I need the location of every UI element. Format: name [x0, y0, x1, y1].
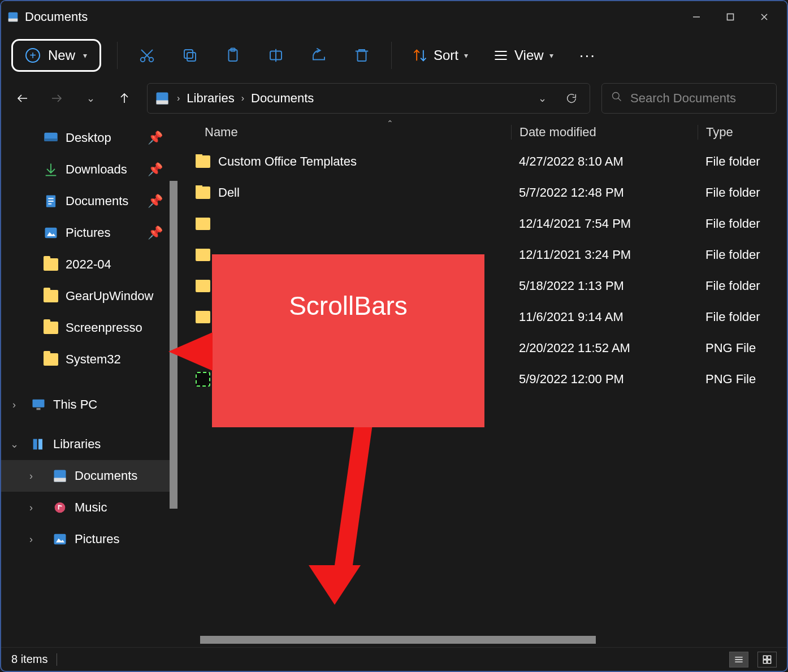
forward-button[interactable] — [45, 87, 68, 110]
sidebar-item-folder[interactable]: 2022-04 — [1, 249, 177, 280]
sidebar-item-label: Music — [75, 500, 107, 515]
breadcrumb-libraries[interactable]: Libraries — [187, 91, 234, 106]
svg-rect-30 — [44, 138, 57, 141]
annotation-arrow-left-icon — [168, 332, 213, 371]
svg-rect-10 — [187, 53, 196, 61]
paste-button[interactable] — [219, 42, 246, 69]
svg-rect-53 — [763, 660, 767, 663]
chevron-right-icon[interactable]: › — [23, 470, 40, 482]
sidebar-item-desktop[interactable]: Desktop 📌 — [1, 122, 177, 154]
share-button[interactable] — [305, 42, 332, 69]
cell-type: File folder — [698, 154, 787, 169]
minimize-button[interactable] — [679, 6, 713, 28]
svg-rect-44 — [54, 478, 66, 482]
sidebar-item-folder[interactable]: Screenpresso — [1, 312, 177, 344]
column-header-date[interactable]: Date modified — [511, 125, 698, 140]
new-button[interactable]: + New ▾ — [11, 39, 101, 72]
search-placeholder: Search Documents — [630, 91, 736, 106]
cut-button[interactable] — [133, 42, 161, 69]
sidebar-item-downloads[interactable]: Downloads 📌 — [1, 154, 177, 185]
sort-label: Sort — [434, 47, 458, 63]
desktop-icon — [43, 130, 59, 146]
pictures-icon — [43, 225, 59, 241]
sidebar: Desktop 📌 Downloads 📌 Documents 📌 Pictur… — [1, 119, 177, 647]
documents-library-icon — [52, 468, 68, 484]
sidebar-item-lib-documents[interactable]: › Documents — [1, 460, 177, 492]
sort-button[interactable]: Sort ▾ — [408, 47, 473, 63]
sidebar-item-libraries[interactable]: ⌄ Libraries — [1, 428, 177, 460]
chevron-down-icon[interactable]: ⌄ — [6, 438, 23, 450]
file-name: Custom Office Templates — [218, 154, 357, 169]
back-button[interactable] — [11, 87, 34, 110]
svg-point-27 — [613, 93, 620, 99]
sidebar-item-pictures[interactable]: Pictures 📌 — [1, 217, 177, 249]
copy-button[interactable] — [176, 42, 204, 69]
svg-rect-51 — [763, 656, 767, 659]
svg-rect-1 — [8, 19, 18, 22]
svg-rect-26 — [157, 101, 168, 105]
sidebar-item-lib-music[interactable]: › Music — [1, 492, 177, 523]
file-name: Dell — [218, 185, 240, 200]
folder-icon — [196, 280, 210, 292]
up-button[interactable] — [113, 87, 136, 110]
address-dropdown-button[interactable]: ⌄ — [531, 87, 553, 110]
toolbar-separator — [117, 42, 118, 69]
view-label: View — [514, 47, 544, 63]
sidebar-item-label: Desktop — [66, 131, 111, 145]
column-header-type[interactable]: Type — [698, 125, 787, 140]
column-header-name[interactable]: Name — [177, 125, 511, 140]
sidebar-item-this-pc[interactable]: › This PC — [1, 389, 177, 420]
svg-rect-3 — [728, 14, 734, 20]
chevron-right-icon[interactable]: › — [6, 399, 23, 411]
refresh-button[interactable] — [560, 87, 583, 110]
scrollbar-thumb[interactable] — [200, 636, 596, 644]
horizontal-scrollbar[interactable] — [200, 636, 781, 644]
sidebar-item-folder[interactable]: System32 — [1, 344, 177, 375]
search-input[interactable]: Search Documents — [601, 83, 777, 114]
sidebar-item-folder[interactable]: GearUpWindow — [1, 280, 177, 312]
documents-library-icon — [154, 90, 170, 106]
download-icon — [43, 162, 59, 177]
sidebar-item-lib-pictures[interactable]: › Pictures — [1, 523, 177, 555]
cell-date: 12/11/2021 3:24 PM — [511, 248, 698, 262]
item-count: 8 items — [11, 653, 47, 666]
sidebar-item-label: Libraries — [53, 437, 101, 452]
svg-rect-54 — [768, 660, 771, 663]
maximize-button[interactable] — [713, 6, 747, 28]
cell-type: File folder — [698, 279, 787, 293]
breadcrumb-documents[interactable]: Documents — [251, 91, 314, 106]
svg-rect-42 — [38, 439, 42, 450]
cell-date: 5/18/2022 1:13 PM — [511, 279, 698, 293]
cell-type: PNG File — [698, 341, 787, 355]
svg-rect-40 — [37, 408, 41, 410]
thumbnails-view-button[interactable] — [757, 652, 777, 667]
chevron-down-icon: ▾ — [464, 51, 468, 60]
chevron-right-icon[interactable]: › — [23, 502, 40, 514]
delete-button[interactable] — [348, 42, 375, 69]
sidebar-item-documents[interactable]: Documents 📌 — [1, 185, 177, 217]
svg-rect-41 — [33, 439, 37, 450]
toolbar: + New ▾ Sort ▾ View ▾ ··· — [1, 33, 787, 78]
sidebar-item-label: Downloads — [66, 162, 127, 177]
new-button-label: New — [48, 47, 75, 63]
more-button[interactable]: ··· — [574, 46, 601, 64]
status-separator — [57, 653, 57, 666]
window-title: Documents — [25, 10, 88, 24]
svg-rect-52 — [768, 656, 771, 659]
view-button[interactable]: View ▾ — [488, 47, 558, 63]
svg-line-28 — [618, 98, 621, 101]
close-button[interactable] — [747, 6, 781, 28]
table-row[interactable]: 12/14/2021 7:54 PMFile folder — [177, 208, 787, 239]
rename-button[interactable] — [262, 42, 289, 69]
recent-locations-button[interactable]: ⌄ — [79, 87, 102, 110]
details-view-button[interactable] — [729, 652, 748, 667]
png-file-icon — [196, 372, 210, 387]
cell-type: File folder — [698, 310, 787, 324]
chevron-right-icon[interactable]: › — [23, 534, 40, 545]
pictures-icon — [52, 531, 68, 547]
cell-date: 2/20/2022 11:52 AM — [511, 341, 698, 355]
address-bar[interactable]: › Libraries › Documents ⌄ — [147, 83, 590, 114]
pin-icon: 📌 — [148, 131, 163, 145]
table-row[interactable]: Custom Office Templates4/27/2022 8:10 AM… — [177, 146, 787, 177]
table-row[interactable]: Dell5/7/2022 12:48 PMFile folder — [177, 177, 787, 208]
